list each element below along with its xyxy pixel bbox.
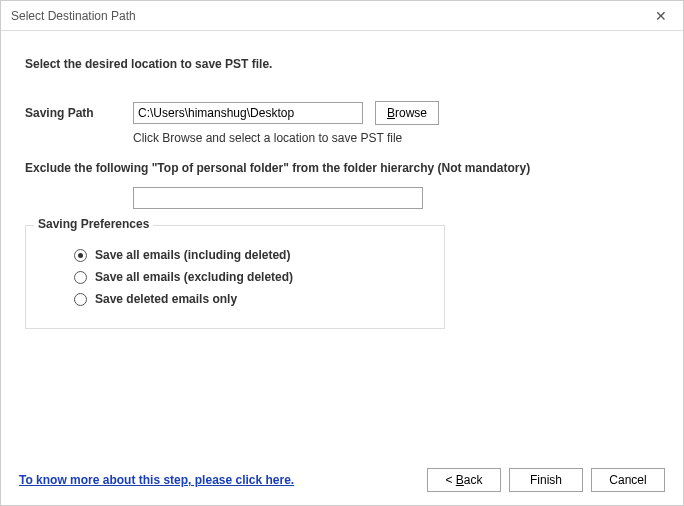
browse-hint: Click Browse and select a location to sa…	[133, 131, 659, 145]
dialog-window: Select Destination Path ✕ Select the des…	[0, 0, 684, 506]
radio-label-1: Save all emails (excluding deleted)	[95, 270, 293, 284]
instruction-text: Select the desired location to save PST …	[25, 57, 659, 71]
exclude-input[interactable]	[133, 187, 423, 209]
radio-label-2: Save deleted emails only	[95, 292, 237, 306]
browse-rest: rowse	[395, 106, 427, 120]
back-button[interactable]: < Back	[427, 468, 501, 492]
finish-button[interactable]: Finish	[509, 468, 583, 492]
radio-row-2[interactable]: Save deleted emails only	[74, 292, 426, 306]
group-legend: Saving Preferences	[34, 217, 153, 231]
titlebar: Select Destination Path ✕	[1, 1, 683, 31]
more-info-link[interactable]: To know more about this step, please cli…	[19, 473, 294, 487]
close-icon[interactable]: ✕	[647, 6, 675, 26]
saving-path-input[interactable]	[133, 102, 363, 124]
radio-row-1[interactable]: Save all emails (excluding deleted)	[74, 270, 426, 284]
dialog-body: Select the desired location to save PST …	[1, 31, 683, 455]
footer: To know more about this step, please cli…	[1, 455, 683, 505]
exclude-label: Exclude the following "Top of personal f…	[25, 161, 659, 175]
browse-button[interactable]: Browse	[375, 101, 439, 125]
cancel-button[interactable]: Cancel	[591, 468, 665, 492]
radio-icon[interactable]	[74, 293, 87, 306]
radio-icon[interactable]	[74, 271, 87, 284]
radio-label-0: Save all emails (including deleted)	[95, 248, 290, 262]
window-title: Select Destination Path	[11, 9, 647, 23]
saving-path-row: Saving Path Browse	[25, 101, 659, 125]
saving-preferences-group: Saving Preferences Save all emails (incl…	[25, 225, 445, 329]
radio-icon[interactable]	[74, 249, 87, 262]
saving-path-label: Saving Path	[25, 106, 133, 120]
radio-row-0[interactable]: Save all emails (including deleted)	[74, 248, 426, 262]
